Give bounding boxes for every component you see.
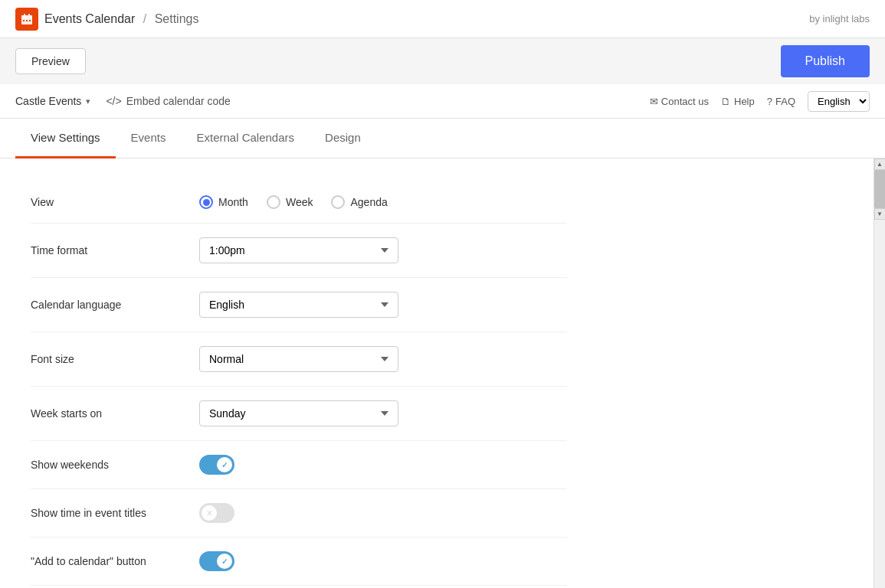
secondary-nav: Castle Events ▾ </> Embed calendar code … — [0, 84, 885, 119]
help-label: Help — [734, 96, 755, 107]
week-starts-control: Sunday Monday — [199, 400, 567, 426]
tabs-bar: View Settings Events External Calendars … — [0, 119, 885, 158]
language-select[interactable]: English — [808, 91, 870, 112]
show-time-thumb: ✕ — [202, 505, 217, 521]
show-time-toggle[interactable]: ✕ — [199, 503, 234, 523]
week-starts-label: Week starts on — [31, 407, 199, 420]
main-content: View Month Week Agenda — [0, 158, 874, 588]
tab-events[interactable]: Events — [116, 119, 182, 158]
calendar-language-label: Calendar language — [31, 299, 199, 311]
secondary-nav-right: ✉ Contact us 🗋 Help ? FAQ English — [650, 91, 870, 112]
svg-rect-3 — [28, 14, 30, 17]
calendar-language-control: English Spanish French German — [199, 292, 567, 318]
app-title: Events Calendar / Settings — [44, 12, 198, 26]
embed-code-button[interactable]: </> Embed calendar code — [106, 95, 230, 107]
show-time-control: ✕ — [199, 503, 567, 523]
calendar-language-row: Calendar language English Spanish French… — [31, 278, 567, 332]
time-format-row: Time format 1:00pm 13:00 — [31, 224, 567, 278]
time-format-select[interactable]: 1:00pm 13:00 — [199, 237, 398, 263]
view-option-agenda[interactable]: Agenda — [331, 195, 387, 209]
scrollbar-bottom-arrows: ▼ — [874, 208, 885, 220]
svg-rect-1 — [21, 15, 32, 18]
font-size-select[interactable]: Normal Small Large — [199, 346, 398, 372]
view-option-week[interactable]: Week — [267, 195, 313, 209]
add-to-calendar-row: "Add to calendar" button ✓ — [31, 537, 567, 586]
show-time-row: Show time in event titles ✕ — [31, 489, 567, 537]
svg-rect-6 — [29, 20, 31, 21]
add-to-calendar-control: ✓ — [199, 551, 567, 571]
month-radio-circle — [199, 195, 213, 209]
agenda-radio-circle — [331, 195, 345, 209]
time-format-control: 1:00pm 13:00 — [199, 237, 567, 263]
scroll-up-arrow[interactable]: ▲ — [874, 158, 886, 170]
embed-code-label: Embed calendar code — [126, 95, 231, 107]
contact-us-link[interactable]: ✉ Contact us — [650, 96, 709, 107]
show-weekends-toggle[interactable]: ✓ — [199, 455, 234, 475]
add-to-calendar-track: ✓ — [199, 551, 234, 571]
view-setting-row: View Month Week Agenda — [31, 181, 567, 224]
action-bar: Preview Publish — [0, 38, 885, 84]
font-size-label: Font size — [31, 353, 199, 365]
scrollbar[interactable]: ▲ ▼ — [874, 158, 885, 588]
contact-label: Contact us — [661, 96, 709, 107]
svg-rect-4 — [23, 20, 25, 21]
secondary-nav-left: Castle Events ▾ </> Embed calendar code — [15, 95, 231, 107]
calendar-language-select[interactable]: English Spanish French German — [199, 292, 398, 318]
app-icon — [15, 8, 38, 31]
add-to-calendar-label: "Add to calendar" button — [31, 555, 199, 567]
svg-rect-5 — [26, 20, 28, 21]
top-bar: Events Calendar / Settings by inlight la… — [0, 0, 885, 38]
show-weekends-label: Show weekends — [31, 459, 199, 471]
mail-icon: ✉ — [650, 96, 658, 107]
view-radio-group: Month Week Agenda — [199, 195, 567, 209]
faq-link[interactable]: ? FAQ — [767, 96, 795, 107]
title-separator: / — [143, 12, 146, 25]
show-time-track: ✕ — [199, 503, 234, 523]
font-size-row: Font size Normal Small Large — [31, 332, 567, 387]
svg-rect-2 — [24, 14, 25, 17]
help-link[interactable]: 🗋 Help — [721, 96, 755, 107]
tab-design[interactable]: Design — [310, 119, 376, 158]
tab-external-calendars[interactable]: External Calendars — [181, 119, 310, 158]
add-to-calendar-toggle[interactable]: ✓ — [199, 551, 234, 571]
show-weekends-track: ✓ — [199, 455, 234, 475]
embed-code-icon: </> — [106, 95, 121, 107]
calendar-name-dropdown[interactable]: Castle Events ▾ — [15, 95, 90, 107]
question-icon: ? — [767, 96, 772, 107]
view-label: View — [31, 196, 199, 208]
content-wrapper: View Month Week Agenda — [0, 158, 885, 588]
show-weekends-row: Show weekends ✓ — [31, 441, 567, 489]
agenda-label: Agenda — [350, 196, 387, 208]
view-option-month[interactable]: Month — [199, 195, 248, 209]
page-icon: 🗋 — [721, 96, 731, 107]
scrollbar-arrows: ▲ — [874, 158, 885, 170]
week-starts-select[interactable]: Sunday Monday — [199, 400, 398, 426]
add-to-calendar-thumb: ✓ — [217, 554, 232, 569]
scrollbar-thumb[interactable] — [874, 170, 885, 208]
app-name: Events Calendar — [44, 12, 135, 25]
top-bar-left: Events Calendar / Settings — [15, 8, 198, 31]
time-format-label: Time format — [31, 244, 199, 256]
font-size-control: Normal Small Large — [199, 346, 567, 372]
week-label: Week — [286, 196, 313, 208]
week-starts-row: Week starts on Sunday Monday — [31, 387, 567, 441]
calendar-name-label: Castle Events — [15, 95, 81, 107]
show-time-label: Show time in event titles — [31, 507, 199, 519]
calendar-chevron-icon: ▾ — [86, 96, 90, 106]
show-weekends-thumb: ✓ — [217, 457, 232, 472]
publish-button[interactable]: Publish — [781, 45, 870, 77]
view-control: Month Week Agenda — [199, 195, 567, 209]
scroll-down-arrow[interactable]: ▼ — [874, 208, 886, 220]
month-label: Month — [218, 196, 248, 208]
faq-label: FAQ — [775, 96, 795, 107]
settings-section: View Month Week Agenda — [31, 181, 567, 588]
show-weekends-control: ✓ — [199, 455, 567, 475]
preview-button[interactable]: Preview — [15, 48, 86, 74]
week-radio-circle — [267, 195, 280, 209]
page-subtitle: Settings — [155, 12, 199, 25]
tab-view-settings[interactable]: View Settings — [15, 119, 116, 158]
by-label: by inlight labs — [809, 13, 870, 24]
